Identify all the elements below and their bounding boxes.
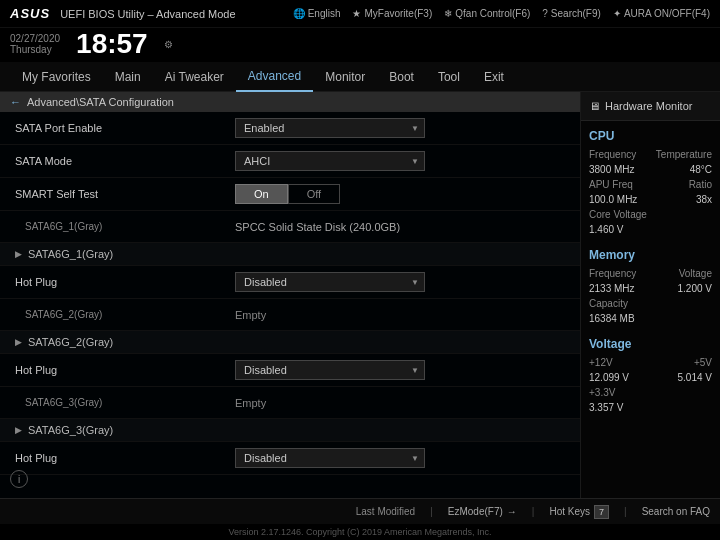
cpu-freq-label: Frequency bbox=[589, 149, 636, 160]
sata6g2-info-label: SATA6G_2(Gray) bbox=[15, 309, 235, 320]
hotplug2-select[interactable]: Disabled Enabled bbox=[235, 360, 425, 380]
search-faq-label: Search on FAQ bbox=[642, 506, 710, 517]
sata-port-select[interactable]: Enabled Disabled bbox=[235, 118, 425, 138]
datetime-bar: 02/27/2020 Thursday 18:57 ⚙ bbox=[0, 28, 720, 62]
volt-12-val-row: 12.099 V 5.014 V bbox=[581, 370, 720, 385]
time-display: 18:57 bbox=[76, 30, 148, 58]
sata6g3-expand-label: SATA6G_3(Gray) bbox=[28, 424, 113, 436]
volt-33-label-row: +3.3V bbox=[581, 385, 720, 400]
nav-monitor[interactable]: Monitor bbox=[313, 62, 377, 92]
chevron-right-icon-3: ▶ bbox=[15, 425, 22, 435]
cpu-ratio-label: Ratio bbox=[689, 179, 712, 190]
sata-mode-value: AHCI IDE RAID bbox=[235, 151, 565, 171]
cpu-freq-value: 3800 MHz bbox=[589, 164, 635, 175]
last-modified-label: Last Modified bbox=[356, 506, 415, 517]
mem-cap-label-row: Capacity bbox=[581, 296, 720, 311]
sata6g1-info-item: SATA6G_1(Gray) SPCC Solid State Disk (24… bbox=[0, 211, 580, 243]
settings-gear-icon[interactable]: ⚙ bbox=[164, 39, 173, 50]
breadcrumb-path: Advanced\SATA Configuration bbox=[27, 96, 174, 108]
cpu-apufreq-val-row: 100.0 MHz 38x bbox=[581, 192, 720, 207]
smart-label: SMART Self Test bbox=[15, 188, 235, 200]
hw-monitor-title: Hardware Monitor bbox=[605, 100, 692, 112]
cpu-temp-label: Temperature bbox=[656, 149, 712, 160]
bios-title: UEFI BIOS Utility – Advanced Mode bbox=[60, 8, 283, 20]
datetime-text: 02/27/2020 Thursday bbox=[10, 33, 60, 55]
hotkeys-label: Hot Keys bbox=[549, 506, 590, 517]
nav-advanced[interactable]: Advanced bbox=[236, 62, 313, 92]
cpu-ratio-value: 38x bbox=[696, 194, 712, 205]
hotplug3-value: Disabled Enabled bbox=[235, 448, 565, 468]
smart-item: SMART Self Test On Off bbox=[0, 178, 580, 211]
hotplug3-select[interactable]: Disabled Enabled bbox=[235, 448, 425, 468]
search-label: Search(F9) bbox=[551, 8, 601, 19]
sata6g3-expand-header[interactable]: ▶ SATA6G_3(Gray) bbox=[0, 419, 580, 442]
hotkeys-button[interactable]: Hot Keys 7 bbox=[549, 505, 609, 519]
hotplug1-select[interactable]: Disabled Enabled bbox=[235, 272, 425, 292]
smart-off-button[interactable]: Off bbox=[288, 184, 340, 204]
cpu-apufreq-label: APU Freq bbox=[589, 179, 633, 190]
smart-value: On Off bbox=[235, 184, 565, 204]
info-button[interactable]: i bbox=[10, 470, 28, 488]
separator-2: | bbox=[532, 506, 535, 517]
hotplug1-dropdown-wrap: Disabled Enabled bbox=[235, 272, 425, 292]
sata6g2-expand-label: SATA6G_2(Gray) bbox=[28, 336, 113, 348]
nav-favorites[interactable]: My Favorites bbox=[10, 62, 103, 92]
sata-mode-select[interactable]: AHCI IDE RAID bbox=[235, 151, 425, 171]
cpu-apufreq-value: 100.0 MHz bbox=[589, 194, 637, 205]
chevron-right-icon-2: ▶ bbox=[15, 337, 22, 347]
mem-cap-label: Capacity bbox=[589, 298, 628, 309]
cpu-apufreq-row: APU Freq Ratio bbox=[581, 177, 720, 192]
back-arrow-icon[interactable]: ← bbox=[10, 96, 21, 108]
hotplug2-value: Disabled Enabled bbox=[235, 360, 565, 380]
qfan-icon-item[interactable]: ❄ Qfan Control(F6) bbox=[444, 8, 530, 19]
sata-port-label: SATA Port Enable bbox=[15, 122, 235, 134]
search-faq-button[interactable]: Search on FAQ bbox=[642, 506, 710, 517]
sata-port-value: Enabled Disabled bbox=[235, 118, 565, 138]
volt-12-value: 12.099 V bbox=[589, 372, 629, 383]
mem-cap-value: 16384 MB bbox=[581, 311, 720, 329]
sata-mode-dropdown-wrap: AHCI IDE RAID bbox=[235, 151, 425, 171]
myfavorite-icon-item[interactable]: ★ MyFavorite(F3) bbox=[352, 8, 432, 19]
separator-1: | bbox=[430, 506, 433, 517]
ezmode-button[interactable]: EzMode(F7) → bbox=[448, 506, 517, 517]
hw-monitor-header: 🖥 Hardware Monitor bbox=[581, 92, 720, 121]
fan-icon: ❄ bbox=[444, 8, 452, 19]
bottom-bar: Last Modified | EzMode(F7) → | Hot Keys … bbox=[0, 498, 720, 524]
nav-exit[interactable]: Exit bbox=[472, 62, 516, 92]
breadcrumb: ← Advanced\SATA Configuration bbox=[0, 92, 580, 112]
sata6g2-expand-header[interactable]: ▶ SATA6G_2(Gray) bbox=[0, 331, 580, 354]
cpu-section-title: CPU bbox=[581, 121, 720, 147]
hotplug2-dropdown-wrap: Disabled Enabled bbox=[235, 360, 425, 380]
date-display: 02/27/2020 bbox=[10, 33, 60, 44]
sata6g2-info-item: SATA6G_2(Gray) Empty bbox=[0, 299, 580, 331]
top-bar: ASUS UEFI BIOS Utility – Advanced Mode 🌐… bbox=[0, 0, 720, 28]
aura-icon-item[interactable]: ✦ AURA ON/OFF(F4) bbox=[613, 8, 710, 19]
memory-section-title: Memory bbox=[581, 240, 720, 266]
ezmode-arrow-icon: → bbox=[507, 506, 517, 517]
nav-main[interactable]: Main bbox=[103, 62, 153, 92]
nav-aitweaker[interactable]: Ai Tweaker bbox=[153, 62, 236, 92]
smart-on-button[interactable]: On bbox=[235, 184, 288, 204]
hotplug3-label: Hot Plug bbox=[15, 452, 235, 464]
top-icons: 🌐 English ★ MyFavorite(F3) ❄ Qfan Contro… bbox=[293, 8, 710, 19]
english-icon-item[interactable]: 🌐 English bbox=[293, 8, 341, 19]
sata6g1-expand-header[interactable]: ▶ SATA6G_1(Gray) bbox=[0, 243, 580, 266]
nav-bar: My Favorites Main Ai Tweaker Advanced Mo… bbox=[0, 62, 720, 92]
version-text: Version 2.17.1246. Copyright (C) 2019 Am… bbox=[228, 527, 491, 537]
nav-tool[interactable]: Tool bbox=[426, 62, 472, 92]
sata6g3-info-label: SATA6G_3(Gray) bbox=[15, 397, 235, 408]
hotplug2-label: Hot Plug bbox=[15, 364, 235, 376]
aura-label: AURA ON/OFF(F4) bbox=[624, 8, 710, 19]
voltage-section-title: Voltage bbox=[581, 329, 720, 355]
asus-logo: ASUS bbox=[10, 6, 50, 21]
qfan-label: Qfan Control(F6) bbox=[455, 8, 530, 19]
english-label: English bbox=[308, 8, 341, 19]
volt-33-label: +3.3V bbox=[589, 387, 615, 398]
cpu-freq-val-row: 3800 MHz 48°C bbox=[581, 162, 720, 177]
nav-boot[interactable]: Boot bbox=[377, 62, 426, 92]
hotplug1-value: Disabled Enabled bbox=[235, 272, 565, 292]
question-icon: ? bbox=[542, 8, 548, 19]
sata6g3-info-value: Empty bbox=[235, 397, 565, 409]
search-icon-item[interactable]: ? Search(F9) bbox=[542, 8, 601, 19]
hotkeys-key: 7 bbox=[594, 505, 609, 519]
